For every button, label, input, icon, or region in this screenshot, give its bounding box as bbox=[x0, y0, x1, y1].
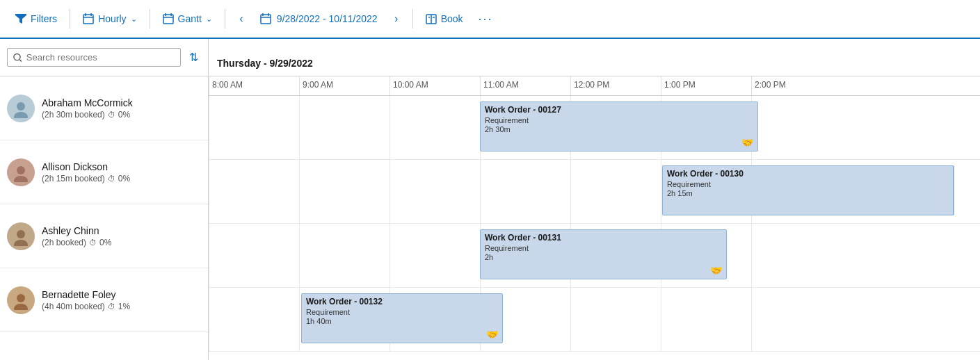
sort-icon: ⇅ bbox=[189, 51, 198, 63]
resource-meta: (2h 15m booked) ⏱ 0% bbox=[42, 174, 130, 183]
svg-point-19 bbox=[14, 112, 28, 118]
date-range-text: 9/28/2022 - 10/11/2022 bbox=[277, 13, 378, 24]
resource-info: Allison Dickson (2h 15m booked) ⏱ 0% bbox=[42, 161, 130, 183]
svg-point-24 bbox=[17, 294, 25, 302]
work-order-title: Work Order - 00127 bbox=[485, 105, 753, 115]
grid-cell bbox=[751, 224, 842, 287]
next-date-button[interactable]: › bbox=[386, 8, 407, 29]
resource-panel: ⇅ Abraham McCormick (2h 30m booked) ⏱ bbox=[0, 39, 209, 360]
table-row: Work Order - 00130 Requirement 2h 15m bbox=[209, 160, 980, 224]
resource-utilization: 1% bbox=[118, 302, 130, 311]
resource-booked: (2h booked) bbox=[42, 238, 86, 247]
grid-cell bbox=[209, 288, 299, 351]
list-item: Allison Dickson (2h 15m booked) ⏱ 0% bbox=[0, 140, 208, 204]
work-order-type: Requirement bbox=[485, 116, 753, 124]
avatar bbox=[7, 158, 35, 186]
table-row: Work Order - 00132 Requirement 1h 40m 🤝 bbox=[209, 288, 980, 352]
table-row: Work Order - 00131 Requirement 2h 🤝 bbox=[209, 224, 980, 288]
grid-cell bbox=[480, 160, 570, 223]
toolbar: Filters Hourly ⌄ Gantt ⌄ ‹ 9/2 bbox=[0, 0, 980, 39]
schedule-date-title: Thursday - 9/29/2022 bbox=[217, 58, 980, 69]
resource-utilization: 0% bbox=[118, 174, 130, 183]
svg-rect-0 bbox=[83, 15, 93, 24]
search-row: ⇅ bbox=[0, 39, 208, 76]
calendar-icon bbox=[260, 13, 271, 24]
resource-info: Ashley Chinn (2h booked) ⏱ 0% bbox=[42, 225, 111, 247]
grid-cell bbox=[299, 160, 389, 223]
work-order-duration: 2h 30m bbox=[485, 125, 753, 133]
svg-point-20 bbox=[17, 166, 25, 174]
resource-name: Allison Dickson bbox=[42, 161, 130, 172]
grid-cell bbox=[570, 288, 661, 351]
search-icon bbox=[13, 53, 22, 63]
resource-booked: (2h 15m booked) bbox=[42, 174, 105, 183]
avatar bbox=[7, 222, 35, 250]
svg-rect-8 bbox=[261, 15, 271, 24]
resource-booked: (2h 30m booked) bbox=[42, 110, 105, 120]
search-input[interactable] bbox=[26, 52, 175, 63]
schedule-panel: Thursday - 9/29/2022 8:00 AM 9:00 AM 10:… bbox=[209, 39, 980, 360]
grid-cell bbox=[299, 224, 389, 287]
list-item: Bernadette Foley (4h 40m booked) ⏱ 1% bbox=[0, 268, 208, 332]
book-label: Book bbox=[441, 13, 463, 24]
clock-icon: ⏱ bbox=[108, 111, 115, 119]
resource-booked: (4h 40m booked) bbox=[42, 302, 105, 311]
book-button[interactable]: Book bbox=[419, 9, 470, 28]
work-order-block[interactable]: Work Order - 00131 Requirement 2h 🤝 bbox=[480, 229, 727, 279]
main-content: ⇅ Abraham McCormick (2h 30m booked) ⏱ bbox=[0, 39, 980, 360]
resource-name: Bernadette Foley bbox=[42, 289, 130, 300]
svg-rect-4 bbox=[163, 15, 173, 24]
time-label-1000: 10:00 AM bbox=[389, 76, 480, 95]
grid-cell bbox=[389, 96, 480, 159]
gantt-chevron-icon: ⌄ bbox=[206, 15, 212, 24]
svg-point-25 bbox=[14, 304, 28, 310]
gantt-icon bbox=[163, 13, 174, 24]
svg-point-23 bbox=[14, 240, 28, 246]
handshake-icon: 🤝 bbox=[486, 329, 498, 340]
toolbar-divider-3 bbox=[225, 9, 225, 28]
work-order-type: Requirement bbox=[485, 244, 722, 252]
date-range-display: 9/28/2022 - 10/11/2022 bbox=[255, 9, 383, 28]
resource-info: Abraham McCormick (2h 30m booked) ⏱ 0% bbox=[42, 97, 133, 120]
prev-date-button[interactable]: ‹ bbox=[231, 8, 252, 29]
handshake-icon: 🤝 bbox=[710, 265, 722, 276]
search-box[interactable] bbox=[7, 48, 181, 67]
svg-point-22 bbox=[17, 230, 25, 238]
resource-name: Ashley Chinn bbox=[42, 225, 111, 236]
grid-cell bbox=[209, 224, 299, 287]
toolbar-divider-4 bbox=[412, 9, 413, 28]
hourly-chevron-icon: ⌄ bbox=[131, 15, 137, 24]
avatar bbox=[7, 95, 35, 122]
schedule-grid: Work Order - 00127 Requirement 2h 30m 🤝 … bbox=[209, 96, 980, 360]
list-item: Abraham McCormick (2h 30m booked) ⏱ 0% bbox=[0, 76, 208, 140]
filter-icon bbox=[15, 14, 26, 24]
grid-cell bbox=[389, 160, 480, 223]
gantt-label: Gantt bbox=[178, 13, 202, 24]
work-order-block[interactable]: Work Order - 00127 Requirement 2h 30m 🤝 bbox=[480, 101, 758, 152]
grid-cell bbox=[389, 224, 480, 287]
resource-meta: (2h 30m booked) ⏱ 0% bbox=[42, 110, 133, 120]
time-label-900: 9:00 AM bbox=[299, 76, 389, 95]
sort-button[interactable]: ⇅ bbox=[186, 48, 201, 67]
grid-cell bbox=[570, 160, 661, 223]
filters-button[interactable]: Filters bbox=[8, 9, 64, 28]
gantt-button[interactable]: Gantt ⌄ bbox=[156, 9, 219, 28]
resource-meta: (4h 40m booked) ⏱ 1% bbox=[42, 302, 130, 311]
work-order-block[interactable]: Work Order - 00132 Requirement 1h 40m 🤝 bbox=[301, 293, 503, 343]
hourly-label: Hourly bbox=[98, 13, 126, 24]
time-label-200: 2:00 PM bbox=[751, 76, 842, 95]
toolbar-divider-2 bbox=[150, 9, 150, 28]
grid-cell bbox=[661, 288, 751, 351]
more-options-button[interactable]: ··· bbox=[473, 9, 499, 29]
grid-cell bbox=[751, 96, 842, 159]
time-label-1100: 11:00 AM bbox=[480, 76, 570, 95]
work-order-duration: 1h 40m bbox=[306, 317, 498, 325]
svg-point-16 bbox=[14, 54, 20, 60]
time-label-100: 1:00 PM bbox=[661, 76, 751, 95]
work-order-duration: 2h 15m bbox=[667, 189, 949, 197]
resource-meta: (2h booked) ⏱ 0% bbox=[42, 238, 111, 247]
hourly-button[interactable]: Hourly ⌄ bbox=[76, 9, 143, 28]
avatar bbox=[7, 286, 35, 314]
handshake-icon: 🤝 bbox=[741, 137, 753, 148]
work-order-block[interactable]: Work Order - 00130 Requirement 2h 15m bbox=[662, 165, 954, 215]
